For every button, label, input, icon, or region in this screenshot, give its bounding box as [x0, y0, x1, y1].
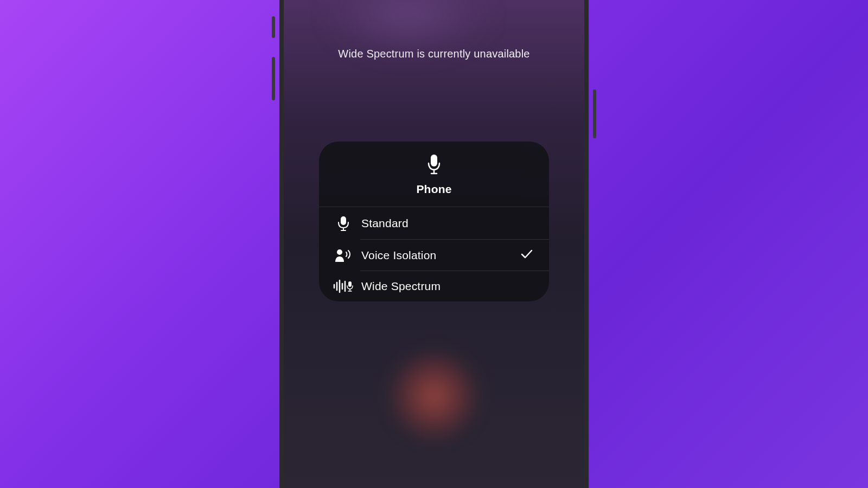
option-label: Standard	[361, 217, 535, 230]
mic-mode-option-standard[interactable]: Standard	[319, 207, 549, 240]
svg-rect-3	[341, 216, 346, 225]
svg-rect-12	[348, 281, 352, 287]
microphone-icon	[333, 215, 354, 232]
waveform-mic-icon	[333, 279, 354, 293]
volume-up-button	[272, 16, 275, 38]
mic-mode-option-wide-spectrum[interactable]: Wide Spectrum	[319, 271, 549, 301]
phone-screen: Wide Spectrum is currently unavailable P…	[284, 0, 584, 488]
menu-title: Phone	[416, 183, 451, 196]
record-glow-decoration	[385, 347, 483, 445]
phone-frame: Wide Spectrum is currently unavailable P…	[279, 0, 589, 488]
option-label: Wide Spectrum	[361, 280, 535, 293]
option-label: Voice Isolation	[361, 249, 521, 262]
volume-down-button	[272, 57, 275, 100]
svg-point-6	[337, 249, 342, 255]
mic-mode-menu: Phone Standard	[319, 142, 549, 301]
svg-rect-0	[431, 155, 437, 166]
status-message: Wide Spectrum is currently unavailable	[338, 48, 529, 60]
mic-mode-option-voice-isolation[interactable]: Voice Isolation	[319, 240, 549, 271]
checkmark-icon	[521, 249, 533, 261]
person-speaking-icon	[333, 248, 354, 263]
side-button	[593, 89, 596, 138]
menu-header: Phone	[319, 142, 549, 207]
microphone-icon	[426, 153, 442, 177]
screen-glow-decoration	[327, 0, 490, 49]
